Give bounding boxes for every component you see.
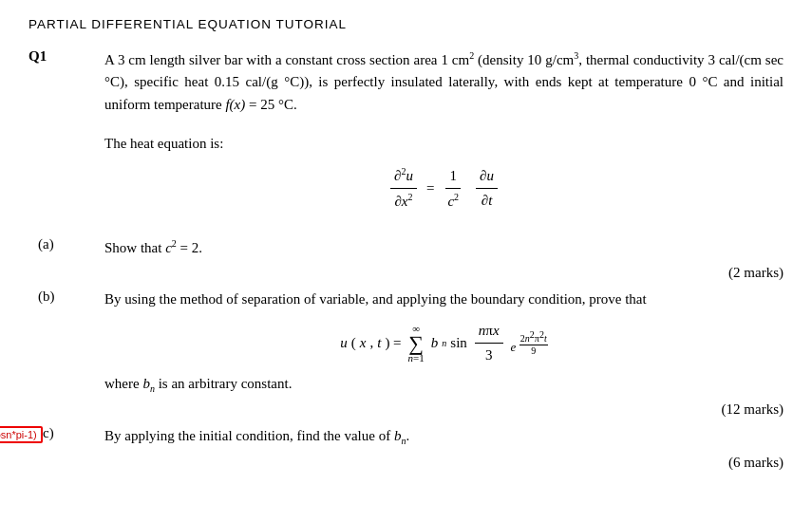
part-b-marks: (12 marks) — [28, 401, 784, 418]
question-label: Q1 — [28, 48, 104, 65]
part-b-content: By using the method of separation of var… — [104, 289, 784, 396]
ux-equation: u(x,t) = ∞ ∑ n=1 bn sin nπx 3 e 2n2π2t 9 — [104, 320, 784, 367]
question-text: A 3 cm length silver bar with a constant… — [104, 48, 784, 227]
part-a-row: (a) Show that c2 = 2. — [28, 236, 784, 259]
answer-badge: Answer: -50/n.pi(cosn*pi-1) — [0, 426, 43, 443]
part-a-content: Show that c2 = 2. — [104, 236, 784, 259]
page-title: PARTIAL DIFFERENTIAL EQUATION TUTORIAL — [28, 17, 784, 31]
part-b-row: (b) By using the method of separation of… — [28, 289, 784, 396]
part-a-label: (a) — [28, 236, 104, 252]
part-c-marks: (6 marks) — [28, 455, 784, 471]
part-c-row: Answer: -50/n.pi(cosn*pi-1) (c) By apply… — [28, 425, 784, 449]
part-a-marks: (2 marks) — [28, 265, 784, 281]
heat-eq-label: The heat equation is: — [104, 133, 784, 155]
part-c-content: By applying the initial condition, find … — [104, 425, 784, 449]
heat-equation: ∂2u ∂x2 = 1 c2 ∂u ∂t — [104, 164, 784, 214]
part-b-label: (b) — [28, 289, 104, 305]
